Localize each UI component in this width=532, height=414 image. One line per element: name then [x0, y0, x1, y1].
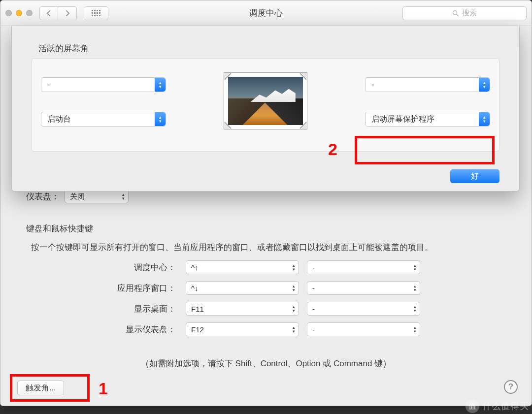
zoom-window-button[interactable]: [26, 10, 33, 16]
stepper-icon: ▴▾: [411, 283, 419, 293]
back-button[interactable]: [39, 6, 58, 20]
stepper-icon: ▴▾: [119, 191, 127, 202]
shortcuts-section-label: 键盘和鼠标快捷键: [26, 223, 93, 234]
stepper-icon: ▴▾: [411, 262, 419, 273]
search-placeholder: 搜索: [462, 8, 477, 18]
help-button[interactable]: ?: [504, 380, 518, 394]
app-windows-mouse-select[interactable]: -▴▾: [307, 281, 420, 295]
shortcut-label: 调度中心：: [74, 262, 178, 273]
chevron-updown-icon: ▴▾: [155, 112, 166, 126]
forward-button[interactable]: [58, 6, 77, 20]
chevron-updown-icon: ▴▾: [155, 78, 166, 92]
corner-marker-icon: [224, 73, 231, 80]
stepper-icon: ▴▾: [290, 324, 298, 335]
dashboard-select[interactable]: 关闭 ▴▾: [65, 190, 129, 203]
show-dashboard-mouse-select[interactable]: -▴▾: [307, 322, 420, 336]
ok-button[interactable]: 好: [450, 169, 499, 183]
shortcut-label: 应用程序窗口：: [74, 283, 178, 294]
nav-buttons: [39, 6, 77, 20]
corner-marker-icon: [300, 122, 307, 129]
chevron-updown-icon: ▴▾: [479, 78, 490, 92]
search-icon: [452, 10, 459, 17]
screen-preview: [224, 72, 307, 129]
sheet-title: 活跃的屏幕角: [38, 43, 499, 54]
chevron-updown-icon: ▴▾: [479, 112, 490, 126]
show-dashboard-key-select[interactable]: F12▴▾: [186, 322, 299, 336]
modifier-hint: （如需附加选项，请按下 Shift、Control、Option 或 Comma…: [0, 358, 532, 369]
stepper-icon: ▴▾: [290, 262, 298, 273]
minimize-window-button[interactable]: [16, 10, 22, 16]
dashboard-row: 仪表盘： 关闭 ▴▾: [26, 190, 129, 203]
annotation-number-1: 1: [99, 379, 108, 398]
stepper-icon: ▴▾: [411, 303, 419, 314]
window-body: 仪表盘： 关闭 ▴▾ 键盘和鼠标快捷键 按一个按键即可显示所有打开的窗口、当前应…: [0, 26, 532, 406]
traffic-lights: [5, 10, 33, 16]
corner-marker-icon: [224, 122, 231, 129]
stepper-icon: ▴▾: [290, 303, 298, 314]
titlebar: 调度中心 搜索: [0, 0, 532, 26]
show-desktop-mouse-select[interactable]: -▴▾: [307, 302, 420, 316]
corner-marker-icon: [300, 73, 307, 80]
mission-control-mouse-select[interactable]: -▴▾: [307, 260, 420, 274]
shortcut-grid: 调度中心： ^↑▴▾ -▴▾ 应用程序窗口： ^↓▴▾ -▴▾ 显示桌面： F1…: [74, 260, 420, 336]
dashboard-label: 仪表盘：: [26, 191, 60, 202]
preferences-window: 调度中心 搜索 仪表盘： 关闭 ▴▾ 键盘和鼠标快捷键 按一个按键即可显示所有打…: [0, 0, 532, 406]
show-desktop-key-select[interactable]: F11▴▾: [186, 302, 299, 316]
close-window-button[interactable]: [5, 10, 12, 16]
wallpaper-icon: [228, 77, 303, 125]
hot-corners-sheet: 活跃的屏幕角 - ▴▾ 启动台 ▴▾ - ▴▾ 启动屏幕保护程序 ▴▾: [11, 26, 520, 191]
show-all-button[interactable]: [84, 6, 108, 20]
mission-control-key-select[interactable]: ^↑▴▾: [186, 260, 299, 274]
corner-panel: - ▴▾ 启动台 ▴▾ - ▴▾ 启动屏幕保护程序 ▴▾: [32, 58, 499, 152]
bottom-left-corner-select[interactable]: 启动台 ▴▾: [41, 112, 166, 127]
search-field[interactable]: 搜索: [402, 6, 527, 20]
top-left-corner-select[interactable]: - ▴▾: [41, 77, 166, 92]
grid-icon: [92, 10, 100, 17]
app-windows-key-select[interactable]: ^↓▴▾: [186, 281, 299, 295]
stepper-icon: ▴▾: [411, 324, 419, 335]
bottom-right-corner-select[interactable]: 启动屏幕保护程序 ▴▾: [365, 112, 490, 127]
shortcut-label: 显示仪表盘：: [74, 324, 178, 335]
top-right-corner-select[interactable]: - ▴▾: [365, 77, 490, 92]
annotation-number-2: 2: [328, 140, 337, 159]
hot-corners-button[interactable]: 触发角...: [17, 381, 64, 395]
stepper-icon: ▴▾: [290, 283, 298, 293]
shortcuts-description: 按一个按键即可显示所有打开的窗口、当前应用程序的窗口、或者隐藏窗口以找到桌面上可…: [31, 242, 433, 253]
svg-line-1: [457, 14, 458, 15]
shortcut-label: 显示桌面：: [74, 303, 178, 315]
